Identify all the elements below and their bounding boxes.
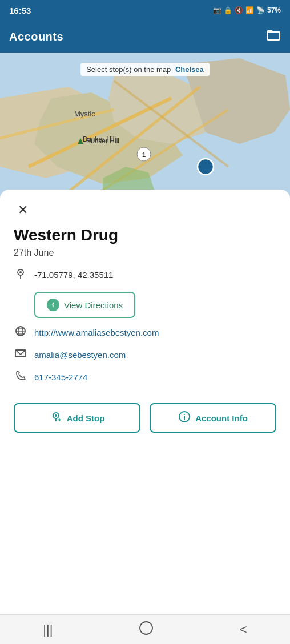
coordinates-row: -71.05779, 42.35511 (14, 267, 276, 283)
info-icon (178, 410, 191, 426)
lock-icon: 🔒 (224, 6, 232, 14)
coordinates-text: -71.05779, 42.35511 (34, 270, 113, 280)
add-stop-icon (50, 410, 62, 426)
nav-back-button[interactable]: < (226, 618, 261, 642)
phone-row: 617-345-2774 (14, 369, 276, 385)
svg-marker-15 (78, 138, 83, 144)
email-icon (14, 347, 27, 363)
compass-icon (47, 299, 59, 311)
status-icons: 📷 🔒 🔇 📶 📡 57% (213, 6, 281, 14)
svg-point-36 (140, 622, 152, 634)
mystic-label: Mystic (74, 110, 95, 118)
bottom-sheet: ✕ Western Drug 27th June -71.05779, 42.3… (0, 190, 290, 612)
signal-icon: 📡 (256, 6, 265, 14)
globe-icon (14, 325, 27, 340)
location-icon (14, 267, 27, 283)
add-stop-button[interactable]: Add Stop (14, 403, 140, 433)
nav-bar: ||| < (0, 614, 290, 644)
account-info-label: Account Info (195, 413, 248, 423)
action-buttons: Add Stop Account Info (14, 403, 276, 433)
svg-point-29 (55, 414, 57, 417)
battery-level: 57% (267, 6, 281, 14)
nav-home-button[interactable] (125, 616, 167, 643)
add-stop-label: Add Stop (67, 413, 105, 423)
svg-text:1: 1 (142, 151, 146, 158)
close-button[interactable]: ✕ (14, 201, 32, 219)
status-time: 16:53 (9, 6, 31, 15)
nav-menu-button[interactable]: ||| (29, 618, 66, 642)
bunker-hill-label: Bunker Hill (77, 137, 119, 145)
folder-icon[interactable] (266, 27, 281, 46)
email-link[interactable]: amalia@sebestyen.com (34, 350, 126, 360)
app-bar-title: Accounts (9, 30, 63, 43)
email-row: amalia@sebestyen.com (14, 347, 276, 363)
app-bar: Accounts (0, 21, 290, 53)
map-area[interactable]: 1 Select stop(s) on the map Chelsea Myst… (0, 53, 290, 201)
status-bar: 16:53 📷 🔒 🔇 📶 📡 57% (0, 0, 290, 21)
camera-icon: 📷 (213, 6, 221, 14)
account-info-button[interactable]: Account Info (150, 403, 276, 433)
website-link[interactable]: http://www.amaliasebestyen.com (34, 328, 159, 337)
place-date: 27th June (14, 248, 276, 258)
phone-icon (14, 369, 27, 385)
view-directions-button[interactable]: View Directions (34, 292, 135, 318)
svg-point-34 (184, 414, 185, 415)
website-row: http://www.amaliasebestyen.com (14, 325, 276, 340)
svg-point-14 (198, 159, 214, 175)
map-tooltip: Select stop(s) on the map Chelsea (80, 63, 210, 76)
directions-label: View Directions (64, 300, 123, 310)
svg-point-17 (19, 271, 22, 273)
wifi-icon: 📶 (245, 6, 254, 14)
phone-link[interactable]: 617-345-2774 (34, 372, 87, 382)
volume-off-icon: 🔇 (235, 6, 243, 14)
svg-rect-0 (267, 32, 280, 40)
place-name: Western Drug (14, 226, 276, 244)
